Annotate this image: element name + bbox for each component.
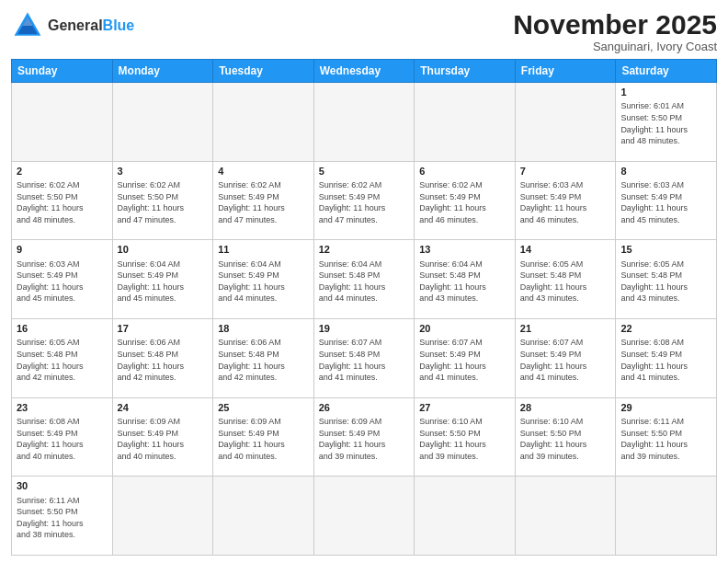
day-number: 19 xyxy=(319,322,410,336)
calendar-cell xyxy=(415,477,516,556)
day-info: Sunrise: 6:05 AM Sunset: 5:48 PM Dayligh… xyxy=(620,259,711,304)
logo-general: General xyxy=(48,17,103,33)
day-number: 7 xyxy=(520,165,611,178)
calendar-cell xyxy=(313,83,415,162)
day-number: 12 xyxy=(319,243,410,257)
day-info: Sunrise: 6:10 AM Sunset: 5:50 PM Dayligh… xyxy=(419,416,510,462)
day-info: Sunrise: 6:04 AM Sunset: 5:48 PM Dayligh… xyxy=(419,259,510,304)
day-info: Sunrise: 6:04 AM Sunset: 5:49 PM Dayligh… xyxy=(118,259,209,304)
day-number: 14 xyxy=(520,243,611,257)
calendar-cell: 29Sunrise: 6:11 AM Sunset: 5:50 PM Dayli… xyxy=(616,397,717,477)
day-info: Sunrise: 6:03 AM Sunset: 5:49 PM Dayligh… xyxy=(520,179,611,225)
calendar-cell: 17Sunrise: 6:06 AM Sunset: 5:48 PM Dayli… xyxy=(112,318,213,397)
calendar-cell xyxy=(515,477,616,556)
day-number: 5 xyxy=(319,165,410,178)
day-number: 28 xyxy=(520,401,611,415)
calendar-week-5: 23Sunrise: 6:08 AM Sunset: 5:49 PM Dayli… xyxy=(12,397,717,477)
calendar-cell: 5Sunrise: 6:02 AM Sunset: 5:49 PM Daylig… xyxy=(313,161,415,240)
calendar-cell: 12Sunrise: 6:04 AM Sunset: 5:48 PM Dayli… xyxy=(313,240,415,319)
day-number: 20 xyxy=(419,322,510,336)
day-info: Sunrise: 6:05 AM Sunset: 5:48 PM Dayligh… xyxy=(520,259,611,304)
calendar-cell: 30Sunrise: 6:11 AM Sunset: 5:50 PM Dayli… xyxy=(12,477,113,556)
day-number: 30 xyxy=(17,479,108,493)
calendar-cell: 3Sunrise: 6:02 AM Sunset: 5:50 PM Daylig… xyxy=(112,161,213,240)
subtitle: Sanguinari, Ivory Coast xyxy=(513,40,717,53)
day-info: Sunrise: 6:09 AM Sunset: 5:49 PM Dayligh… xyxy=(218,416,309,462)
calendar-cell: 23Sunrise: 6:08 AM Sunset: 5:49 PM Dayli… xyxy=(12,397,113,477)
day-info: Sunrise: 6:02 AM Sunset: 5:50 PM Dayligh… xyxy=(118,179,209,225)
page: GeneralBlue November 2025 Sanguinari, Iv… xyxy=(0,0,728,563)
day-number: 4 xyxy=(218,165,309,178)
day-info: Sunrise: 6:02 AM Sunset: 5:50 PM Dayligh… xyxy=(17,179,108,225)
day-number: 26 xyxy=(319,401,410,415)
calendar-cell: 19Sunrise: 6:07 AM Sunset: 5:48 PM Dayli… xyxy=(313,318,415,397)
day-info: Sunrise: 6:11 AM Sunset: 5:50 PM Dayligh… xyxy=(17,495,108,541)
month-title: November 2025 xyxy=(513,9,717,40)
day-info: Sunrise: 6:10 AM Sunset: 5:50 PM Dayligh… xyxy=(520,416,611,462)
calendar-header-tuesday: Tuesday xyxy=(213,60,314,83)
calendar-header-monday: Monday xyxy=(112,60,213,83)
calendar-header-wednesday: Wednesday xyxy=(313,60,415,83)
calendar-header-friday: Friday xyxy=(515,60,616,83)
title-block: November 2025 Sanguinari, Ivory Coast xyxy=(513,9,717,53)
calendar-header-row: SundayMondayTuesdayWednesdayThursdayFrid… xyxy=(12,60,717,83)
logo: GeneralBlue xyxy=(11,9,134,42)
calendar-cell xyxy=(12,83,113,162)
day-info: Sunrise: 6:04 AM Sunset: 5:48 PM Dayligh… xyxy=(319,259,410,304)
calendar-cell xyxy=(313,477,415,556)
calendar-cell: 20Sunrise: 6:07 AM Sunset: 5:49 PM Dayli… xyxy=(415,318,516,397)
header: GeneralBlue November 2025 Sanguinari, Iv… xyxy=(11,9,717,53)
calendar-week-1: 1Sunrise: 6:01 AM Sunset: 5:50 PM Daylig… xyxy=(12,83,717,162)
day-number: 3 xyxy=(118,165,209,178)
calendar-week-6: 30Sunrise: 6:11 AM Sunset: 5:50 PM Dayli… xyxy=(12,477,717,556)
logo-text: GeneralBlue xyxy=(48,17,134,34)
calendar-header-saturday: Saturday xyxy=(616,60,717,83)
calendar-cell: 8Sunrise: 6:03 AM Sunset: 5:49 PM Daylig… xyxy=(616,161,717,240)
calendar-cell xyxy=(616,477,717,556)
day-number: 27 xyxy=(419,401,510,415)
calendar-cell: 25Sunrise: 6:09 AM Sunset: 5:49 PM Dayli… xyxy=(213,397,314,477)
calendar-cell xyxy=(213,83,314,162)
day-info: Sunrise: 6:09 AM Sunset: 5:49 PM Dayligh… xyxy=(319,416,410,462)
calendar-cell: 2Sunrise: 6:02 AM Sunset: 5:50 PM Daylig… xyxy=(12,161,113,240)
calendar-week-3: 9Sunrise: 6:03 AM Sunset: 5:49 PM Daylig… xyxy=(12,240,717,319)
calendar-cell: 16Sunrise: 6:05 AM Sunset: 5:48 PM Dayli… xyxy=(12,318,113,397)
calendar-cell xyxy=(112,477,213,556)
calendar-header-thursday: Thursday xyxy=(415,60,516,83)
calendar-cell: 4Sunrise: 6:02 AM Sunset: 5:49 PM Daylig… xyxy=(213,161,314,240)
day-number: 15 xyxy=(620,243,711,257)
logo-icon xyxy=(11,9,44,42)
calendar-cell xyxy=(213,477,314,556)
day-number: 2 xyxy=(17,165,108,178)
day-info: Sunrise: 6:07 AM Sunset: 5:48 PM Dayligh… xyxy=(319,337,410,383)
calendar-cell xyxy=(415,83,516,162)
day-info: Sunrise: 6:02 AM Sunset: 5:49 PM Dayligh… xyxy=(319,179,410,225)
day-number: 9 xyxy=(17,243,108,257)
day-number: 8 xyxy=(620,165,711,178)
day-number: 23 xyxy=(17,401,108,415)
day-info: Sunrise: 6:09 AM Sunset: 5:49 PM Dayligh… xyxy=(118,416,209,462)
calendar-cell: 14Sunrise: 6:05 AM Sunset: 5:48 PM Dayli… xyxy=(515,240,616,319)
day-number: 25 xyxy=(218,401,309,415)
calendar-cell: 7Sunrise: 6:03 AM Sunset: 5:49 PM Daylig… xyxy=(515,161,616,240)
day-info: Sunrise: 6:11 AM Sunset: 5:50 PM Dayligh… xyxy=(620,416,711,462)
calendar-cell: 10Sunrise: 6:04 AM Sunset: 5:49 PM Dayli… xyxy=(112,240,213,319)
calendar-cell: 6Sunrise: 6:02 AM Sunset: 5:49 PM Daylig… xyxy=(415,161,516,240)
day-number: 11 xyxy=(218,243,309,257)
day-number: 6 xyxy=(419,165,510,178)
day-number: 16 xyxy=(17,322,108,336)
day-info: Sunrise: 6:06 AM Sunset: 5:48 PM Dayligh… xyxy=(218,337,309,383)
day-number: 21 xyxy=(520,322,611,336)
calendar-cell: 18Sunrise: 6:06 AM Sunset: 5:48 PM Dayli… xyxy=(213,318,314,397)
calendar-week-4: 16Sunrise: 6:05 AM Sunset: 5:48 PM Dayli… xyxy=(12,318,717,397)
calendar-cell: 13Sunrise: 6:04 AM Sunset: 5:48 PM Dayli… xyxy=(415,240,516,319)
day-number: 29 xyxy=(620,401,711,415)
calendar-cell: 9Sunrise: 6:03 AM Sunset: 5:49 PM Daylig… xyxy=(12,240,113,319)
day-info: Sunrise: 6:05 AM Sunset: 5:48 PM Dayligh… xyxy=(17,337,108,383)
calendar-cell: 22Sunrise: 6:08 AM Sunset: 5:49 PM Dayli… xyxy=(616,318,717,397)
day-info: Sunrise: 6:07 AM Sunset: 5:49 PM Dayligh… xyxy=(520,337,611,383)
calendar-cell: 27Sunrise: 6:10 AM Sunset: 5:50 PM Dayli… xyxy=(415,397,516,477)
logo-blue: Blue xyxy=(103,17,135,33)
day-info: Sunrise: 6:02 AM Sunset: 5:49 PM Dayligh… xyxy=(218,179,309,225)
calendar-cell: 24Sunrise: 6:09 AM Sunset: 5:49 PM Dayli… xyxy=(112,397,213,477)
